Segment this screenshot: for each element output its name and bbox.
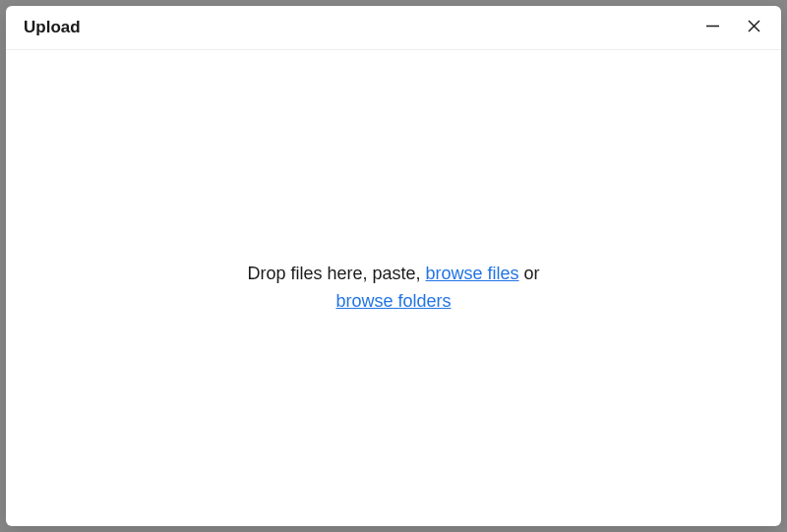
minimize-button[interactable] — [702, 18, 722, 37]
close-button[interactable] — [744, 18, 763, 37]
drop-zone-text: Drop files here, paste, browse files or … — [247, 261, 539, 316]
drop-text-middle: or — [519, 264, 540, 283]
modal-body[interactable]: Drop files here, paste, browse files or … — [6, 50, 781, 526]
browse-files-link[interactable]: browse files — [426, 264, 519, 283]
minimize-icon — [705, 19, 720, 36]
modal-controls — [702, 18, 763, 37]
upload-modal: Upload Drop files here, pa — [6, 6, 781, 526]
close-icon — [747, 19, 761, 36]
modal-title: Upload — [24, 18, 81, 37]
modal-header: Upload — [6, 6, 781, 50]
drop-text-prefix: Drop files here, paste, — [247, 264, 425, 283]
browse-folders-link[interactable]: browse folders — [335, 291, 451, 311]
